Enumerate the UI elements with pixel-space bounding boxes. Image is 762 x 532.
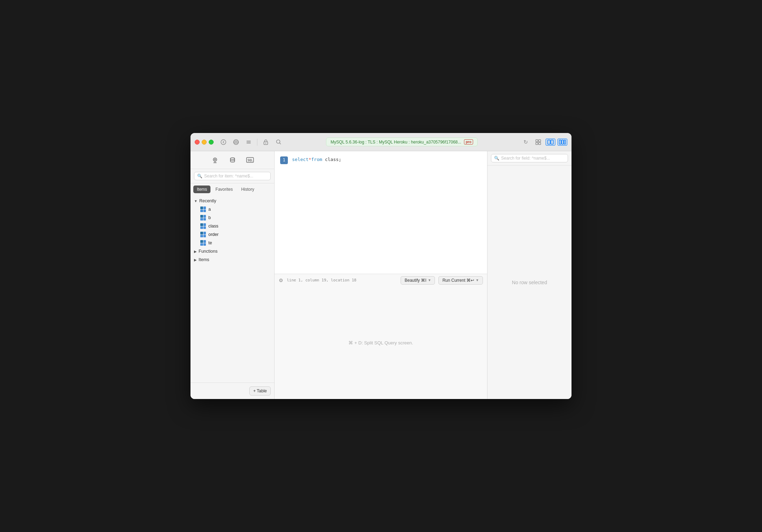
beautify-label: Beautify ⌘I [404,278,426,283]
svg-point-1 [234,140,238,145]
right-search-bar: 🔍 [487,151,572,166]
svg-point-7 [265,142,266,143]
maximize-button[interactable] [209,140,214,145]
sidebar-footer: + Table [190,383,274,399]
svg-rect-5 [247,143,251,144]
svg-rect-9 [536,140,538,142]
svg-rect-16 [562,140,563,144]
svg-rect-10 [539,140,541,142]
sidebar-search-icon: 🔍 [197,174,202,178]
connection-badge: MySQL 5.6.36-log : TLS : MySQL Heroku : … [286,138,518,146]
svg-rect-3 [247,141,251,141]
menu-icon[interactable] [244,137,254,147]
no-row-selected-text: No row selected [487,166,572,399]
beautify-button[interactable]: Beautify ⌘I ▼ [401,276,435,285]
sidebar: SQL 🔍 Items Favorites History ▼ Recently [190,151,275,399]
minimize-button[interactable] [202,140,207,145]
results-area: ⌘ + D: Split SQL Query screen. [275,286,487,399]
sidebar-search-input[interactable] [204,174,268,178]
beautify-chevron-icon: ▼ [428,278,431,282]
layout-split-button[interactable] [557,139,567,146]
pro-badge: pro [464,139,473,145]
table-ref: class [325,157,339,162]
right-search-input[interactable] [501,156,565,161]
semicolon: ; [339,157,341,162]
svg-point-0 [221,140,226,145]
refresh-button[interactable]: ↻ [520,137,531,147]
connection-text: MySQL 5.6.36-log : TLS : MySQL Heroku : … [331,140,461,145]
table-name-class: class [208,224,218,229]
connection-pill: MySQL 5.6.36-log : TLS : MySQL Heroku : … [326,138,478,146]
svg-point-20 [230,158,235,160]
run-label: Run Current ⌘↩ [442,278,474,283]
svg-rect-12 [539,142,541,145]
search-icon[interactable] [273,137,283,147]
items-section-header[interactable]: ▶ Items [190,255,274,264]
titlebar: MySQL 5.6.36-log : TLS : MySQL Heroku : … [190,133,572,151]
svg-rect-11 [536,142,538,145]
code-line-1: 1 select*from class; [280,156,482,164]
app-window: MySQL 5.6.36-log : TLS : MySQL Heroku : … [190,133,572,399]
tab-history[interactable]: History [238,186,258,193]
svg-point-18 [213,158,217,161]
functions-arrow-icon: ▶ [194,250,197,253]
center-panel: 1 select*from class; ⚙ line 1, column 19… [275,151,487,399]
sidebar-icons: SQL [190,151,274,169]
add-table-button[interactable]: + Table [249,386,271,396]
table-name-order: order [208,232,219,237]
titlebar-right: ↻ [520,137,567,147]
grid-button[interactable] [533,137,543,147]
sidebar-sql-icon[interactable]: SQL [245,155,255,165]
table-item-b[interactable]: b [190,214,274,222]
table-item-te[interactable]: te [190,239,274,247]
symbol-star: * [309,157,311,162]
sidebar-database-icon[interactable] [227,155,238,165]
svg-rect-4 [247,142,251,142]
recently-label: Recently [199,198,216,203]
table-item-order[interactable]: order [190,230,274,239]
table-name-te: te [208,240,212,245]
sidebar-search-wrap[interactable]: 🔍 [194,172,271,180]
right-panel: 🔍 No row selected [487,151,572,399]
items-section-label: Items [199,257,209,262]
eye-icon[interactable] [231,137,241,147]
hint-text: ⌘ + D: Split SQL Query screen. [348,340,413,345]
functions-section-header[interactable]: ▶ Functions [190,247,274,255]
svg-point-19 [214,159,216,160]
right-search-wrap[interactable]: 🔍 [491,154,568,162]
line-number-1: 1 [280,156,288,164]
right-search-icon: 🔍 [494,156,499,161]
nav-back-icon[interactable] [219,137,228,147]
svg-text:SQL: SQL [248,159,253,162]
functions-label: Functions [199,249,217,254]
table-item-a[interactable]: a [190,205,274,214]
close-button[interactable] [195,140,200,145]
settings-gear-icon[interactable]: ⚙ [279,278,283,283]
code-content: select*from class; [292,156,341,164]
recently-arrow-icon: ▼ [194,199,198,203]
svg-rect-17 [564,140,566,144]
cursor-position-text: line 1, column 19, location 18 [287,278,397,282]
sidebar-location-icon[interactable] [210,155,220,165]
table-item-class[interactable]: class [190,222,274,230]
table-icon-te [200,240,206,246]
table-icon-class [200,223,206,229]
svg-rect-13 [548,140,550,144]
lock-icon[interactable] [261,137,271,147]
keyword-from: from [311,157,322,162]
run-button[interactable]: Run Current ⌘↩ ▼ [438,276,483,285]
separator [257,139,257,146]
recently-section-header[interactable]: ▼ Recently [190,197,274,205]
table-name-a: a [208,207,211,212]
sql-editor[interactable]: 1 select*from class; [275,151,487,274]
tab-favorites[interactable]: Favorites [212,186,236,193]
tab-items[interactable]: Items [193,186,210,193]
svg-rect-15 [559,140,561,144]
sidebar-search-bar: 🔍 [190,169,274,183]
sidebar-tabs: Items Favorites History [190,186,274,193]
table-icon-order [200,232,206,237]
layout-single-button[interactable] [546,139,555,146]
table-icon-b [200,215,206,220]
table-icon-a [200,206,206,212]
traffic-lights [195,140,214,145]
